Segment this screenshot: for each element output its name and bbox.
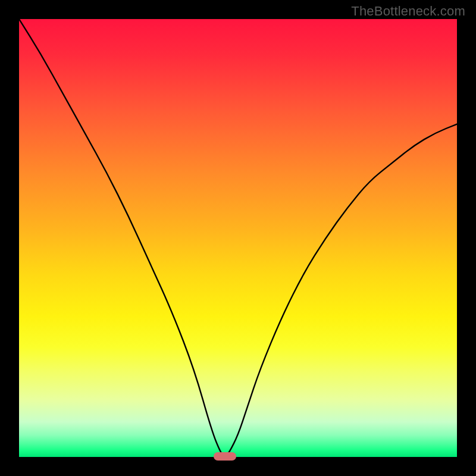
watermark-text: TheBottleneck.com <box>351 4 465 19</box>
plot-area <box>19 19 457 457</box>
optimal-point-marker <box>214 452 236 461</box>
bottleneck-curve <box>19 19 457 457</box>
